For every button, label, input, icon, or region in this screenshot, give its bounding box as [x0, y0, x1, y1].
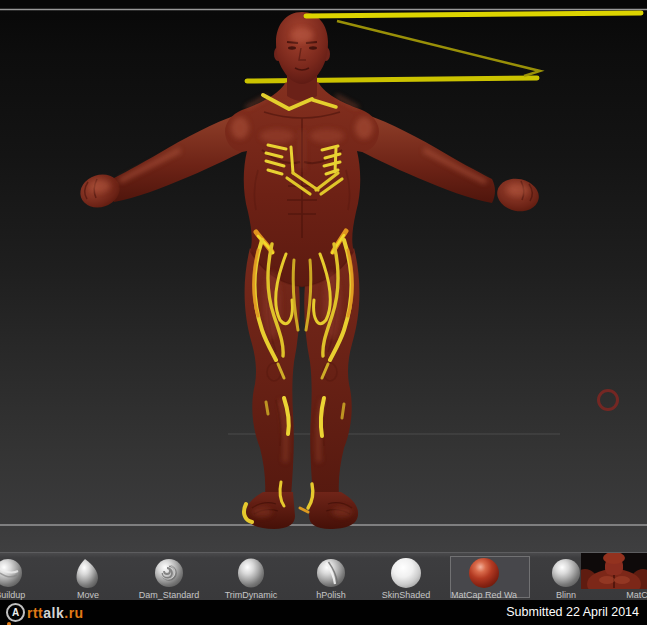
- toolbar-item-trimdynamic[interactable]: TrimDynamic: [211, 557, 291, 600]
- toolbar-item-label: yBuildup: [0, 590, 25, 600]
- toolbar-item-hpolish[interactable]: hPolish: [291, 557, 371, 600]
- submitted-date-text: Submitted 22 April 2014: [506, 600, 639, 625]
- sculpt-figure[interactable]: [76, 12, 542, 529]
- logo-text-mid: alk: [43, 605, 64, 621]
- sculpt-viewport[interactable]: [0, 0, 647, 552]
- viewport-top-strip: [0, 0, 647, 10]
- sculpt-canvas[interactable]: [0, 0, 647, 552]
- toolbar-item-label: SkinShaded: [382, 590, 431, 600]
- matcap-red-wax-material-icon: [468, 557, 500, 589]
- toolbar-item-label: TrimDynamic: [225, 590, 278, 600]
- claybuildup-brush-icon: [0, 557, 24, 589]
- brush-cursor-ring: [599, 391, 618, 410]
- hpolish-brush-icon: [315, 557, 347, 589]
- toolbar-item-damstandard[interactable]: Dam_Standard: [129, 557, 209, 600]
- watermark-bar: A rttalk.ru Submitted 22 April 2014: [0, 600, 647, 625]
- logo-text: rttalk.ru: [27, 605, 84, 621]
- skinshaded-material-icon: [390, 557, 422, 589]
- toolbar-item-claybuildup[interactable]: yBuildup: [0, 557, 48, 600]
- yellow-annotation-lines: [306, 13, 641, 76]
- logo-circle-letter: A: [6, 603, 25, 622]
- toolbar-item-matcap-red-wax[interactable]: MatCap Red Wa: [444, 557, 524, 600]
- toolbar-item-label: Dam_Standard: [139, 590, 200, 600]
- damstandard-brush-icon: [153, 557, 185, 589]
- model-preview-thumbnail[interactable]: [581, 553, 647, 589]
- toolbar-item-label: MatCap Red Wa: [451, 590, 517, 600]
- toolbar-item-label: Move: [77, 590, 99, 600]
- toolbar-item-label: hPolish: [316, 590, 346, 600]
- toolbar-item-label: Blinn: [556, 590, 576, 600]
- move-brush-icon: [72, 557, 104, 589]
- logo-text-accent-2: .ru: [64, 605, 83, 621]
- model-preview-image: [581, 553, 647, 589]
- arttalk-logo: A rttalk.ru: [6, 603, 84, 622]
- toolbar-item-move[interactable]: Move: [48, 557, 128, 600]
- zbrush-screenshot: yBuildup Move Dam_Standard TrimDynamic h…: [0, 0, 647, 625]
- trimdynamic-brush-icon: [235, 557, 267, 589]
- logo-text-accent-1: rtt: [27, 605, 43, 621]
- toolbar-item-skinshaded[interactable]: SkinShaded: [366, 557, 446, 600]
- blinn-material-icon: [550, 557, 582, 589]
- toolbar-item-label: MatCap: [626, 590, 647, 600]
